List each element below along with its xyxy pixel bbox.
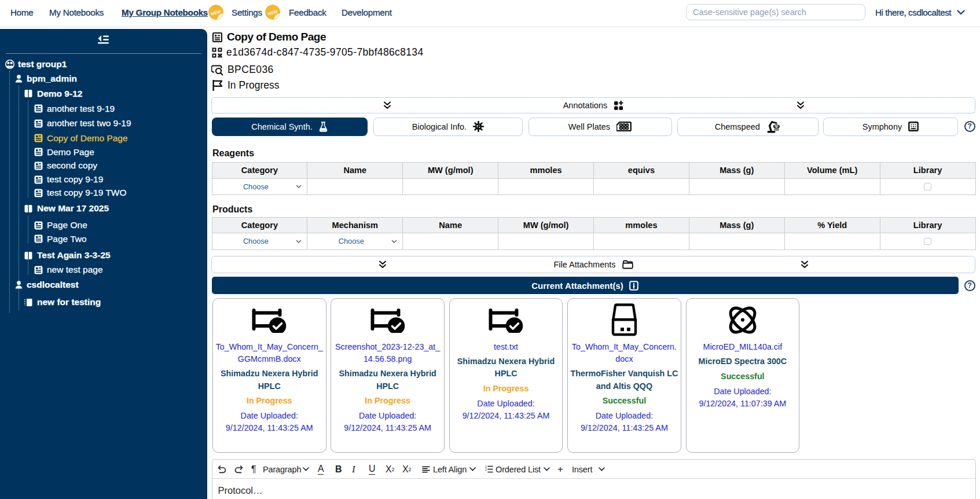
svg-text:2: 2	[485, 468, 487, 471]
